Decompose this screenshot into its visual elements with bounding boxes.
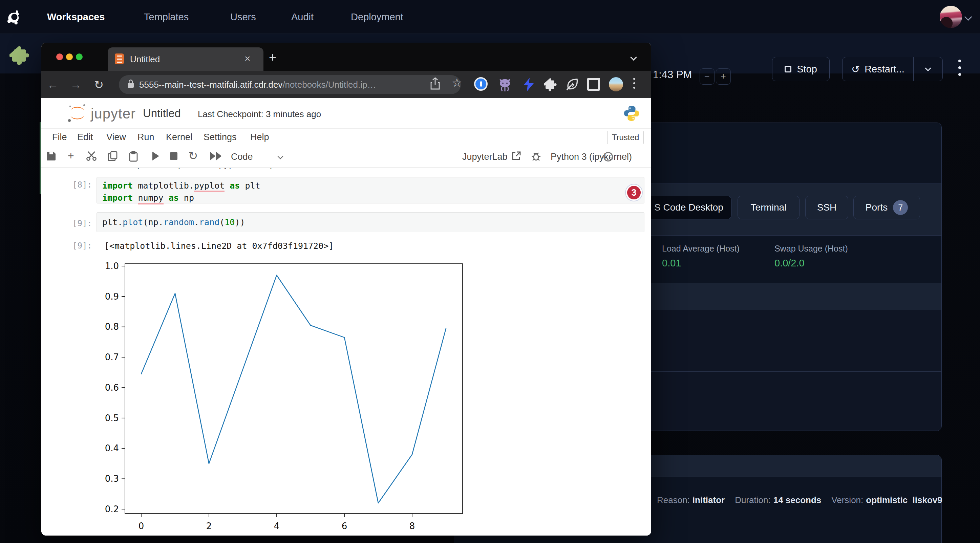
cell-type-chevron-icon[interactable] — [278, 154, 283, 159]
tab-code-desktop[interactable]: S Code Desktop — [646, 196, 732, 219]
browser-profile-avatar[interactable] — [609, 77, 623, 91]
tab-ports-label: Ports — [865, 202, 888, 213]
new-tab-button[interactable]: + — [269, 50, 276, 65]
meta-duration: Duration:14 seconds — [735, 495, 821, 505]
extensions-puzzle-icon[interactable] — [544, 77, 558, 93]
jupyterlab-link[interactable]: JupyterLab — [462, 152, 508, 162]
run-cell-icon[interactable] — [151, 151, 160, 162]
code-cell-9[interactable]: plt.plot(np.random.rand(10)) — [97, 212, 644, 232]
svg-text:6: 6 — [342, 521, 347, 531]
tab-code-desktop-label: S Code Desktop — [654, 202, 723, 213]
restart-run-all-icon[interactable] — [209, 151, 222, 162]
paste-cell-icon[interactable] — [129, 151, 138, 163]
menu-settings[interactable]: Settings — [204, 132, 237, 143]
cut-cell-icon[interactable] — [86, 151, 97, 162]
tab-ssh[interactable]: SSH — [805, 196, 848, 219]
browser-tab-untitled[interactable]: Untitled × — [108, 48, 264, 71]
chevron-down-icon — [925, 65, 931, 71]
external-link-icon[interactable] — [511, 151, 521, 162]
code-line: import numpy as np — [102, 192, 644, 204]
python-logo — [623, 105, 640, 123]
kernel-name-label[interactable]: Python 3 (ipykernel) — [550, 152, 632, 162]
nav-item-deployment[interactable]: Deployment — [351, 0, 403, 34]
code-cell-8[interactable]: import matplotlib.pyplot as plt import n… — [97, 177, 644, 203]
menu-run[interactable]: Run — [137, 132, 154, 143]
meta-version: Version:optimistic_liskov9 — [831, 495, 942, 505]
restart-kernel-icon[interactable]: ↻ — [188, 149, 198, 162]
browser-window: Untitled × + ← → ↻ 5555--main--test--mat… — [41, 43, 651, 535]
copy-cell-icon[interactable] — [108, 151, 118, 162]
restart-options-button[interactable] — [913, 57, 942, 81]
code-line: plt.plot(np.random.rand(10)) — [102, 216, 644, 229]
user-menu-chevron-icon[interactable] — [964, 13, 972, 21]
bolt-extension-icon[interactable] — [522, 77, 535, 94]
jupyter-favicon-icon — [115, 54, 124, 64]
nav-item-audit[interactable]: Audit — [291, 0, 313, 34]
restart-button[interactable]: ↺ Restart... — [843, 57, 913, 81]
nav-item-users[interactable]: Users — [230, 0, 256, 34]
jupyter-header: jupyter Untitled Last Checkpoint: 3 minu… — [41, 98, 651, 129]
cell-type-select[interactable]: Code — [231, 152, 253, 162]
meta-version-label: Version: — [831, 495, 863, 505]
back-button[interactable]: ← — [41, 78, 64, 91]
bookmark-star-icon[interactable]: ☆ — [452, 76, 462, 89]
svg-text:0.7: 0.7 — [105, 352, 119, 362]
add-cell-icon[interactable]: + — [68, 150, 74, 162]
browser-menu-kebab[interactable] — [633, 78, 635, 89]
save-icon[interactable] — [46, 151, 56, 162]
nav-item-workspaces[interactable]: Workspaces — [47, 0, 105, 34]
menu-kernel[interactable]: Kernel — [166, 132, 192, 143]
tab-title: Untitled — [130, 54, 160, 65]
stat-load-average: Load Average (Host) 0.01 — [662, 244, 740, 269]
menu-edit[interactable]: Edit — [77, 132, 93, 143]
svg-text:0.3: 0.3 — [105, 473, 119, 484]
tab-terminal[interactable]: Terminal — [738, 196, 800, 219]
meta-version-value: optimistic_liskov9 — [866, 495, 942, 505]
coder-logo[interactable] — [5, 8, 23, 26]
forward-button[interactable]: → — [64, 78, 88, 91]
ports-count-badge: 7 — [893, 200, 908, 215]
cell-prompt: [8]: — [72, 180, 92, 190]
github-cat-extension-icon[interactable] — [498, 77, 512, 94]
onepassword-extension-icon[interactable] — [474, 77, 488, 91]
interrupt-kernel-icon[interactable] — [170, 152, 177, 160]
cell-prompt: [9]: — [72, 219, 92, 228]
share-icon[interactable] — [430, 77, 440, 91]
window-close-button[interactable] — [56, 54, 63, 60]
jupyter-logo — [66, 103, 88, 125]
side-panel-icon[interactable] — [587, 78, 600, 91]
address-bar[interactable]: 5555--main--test--matifali.atif.cdr.dev/… — [119, 75, 461, 94]
notebook-area: import matplotlib.pyplot as plt [8]: imp… — [41, 168, 651, 535]
zoom-out-button[interactable]: − — [700, 68, 714, 85]
trusted-button[interactable]: Trusted — [607, 131, 644, 144]
meta-duration-value: 14 seconds — [773, 495, 821, 505]
tab-search-chevron-icon[interactable] — [630, 54, 637, 60]
url-path: /notebooks/Untitled.ip… — [282, 79, 376, 90]
nav-item-templates[interactable]: Templates — [144, 0, 189, 34]
stat-swap-usage: Swap Usage (Host) 0.0/2.0 — [775, 244, 848, 269]
tab-ports[interactable]: Ports 7 — [853, 196, 920, 219]
stop-button[interactable]: Stop — [772, 57, 830, 81]
window-minimize-button[interactable] — [66, 54, 73, 60]
meta-duration-label: Duration: — [735, 495, 771, 505]
notebook-title[interactable]: Untitled — [143, 107, 181, 120]
window-maximize-button[interactable] — [76, 54, 83, 60]
puzzle-app-icon — [10, 45, 34, 68]
menu-file[interactable]: File — [52, 132, 67, 143]
energy-leaf-extension-icon[interactable] — [565, 77, 580, 93]
jupyter-toolbar: + ↻ Code JupyterLab Python 3 (ipykernel) — [41, 146, 651, 168]
notification-badge[interactable]: 3 — [626, 184, 642, 201]
debugger-bug-icon[interactable] — [531, 151, 541, 162]
menu-view[interactable]: View — [106, 132, 126, 143]
lock-icon — [127, 79, 134, 90]
zoom-in-button[interactable]: + — [716, 68, 731, 85]
menu-help[interactable]: Help — [250, 132, 269, 143]
svg-text:2: 2 — [206, 521, 212, 531]
output-text: [<matplotlib.lines.Line2D at 0x7fd03f191… — [104, 241, 334, 251]
workspace-menu-kebab[interactable] — [958, 60, 962, 80]
clock-label: 1:43 PM — [653, 69, 692, 81]
svg-text:4: 4 — [274, 521, 280, 531]
reload-button[interactable]: ↻ — [88, 78, 110, 91]
user-avatar[interactable] — [940, 6, 962, 28]
tab-close-icon[interactable]: × — [245, 53, 251, 64]
